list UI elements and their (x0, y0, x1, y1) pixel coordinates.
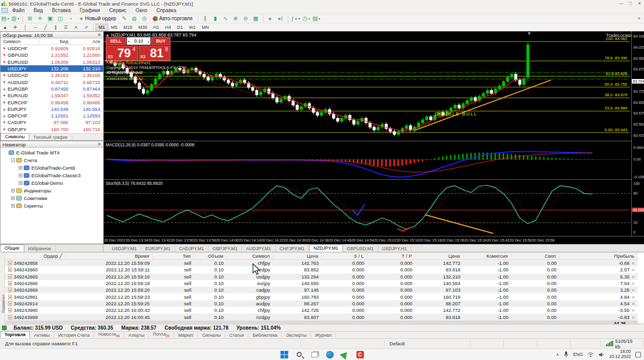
lot-increase-icon[interactable]: ▴ (147, 39, 150, 43)
timeframe-button[interactable]: W1 (186, 24, 199, 31)
orders-column-header[interactable]: Прибыль (560, 253, 638, 259)
close-order-icon[interactable]: ✕ (631, 288, 635, 293)
orders-column-header[interactable]: Время (66, 253, 153, 259)
navigator-tree-item[interactable]: E-Global Trade MT4 (1, 149, 103, 156)
order-row[interactable]: ▼349242865 2022.12.20 15:59:16 sell 0.10… (5, 273, 638, 280)
autotrade-button[interactable]: Авто-торговля (150, 15, 195, 23)
tree-expand-icon[interactable]: + (19, 166, 22, 170)
market-watch-row[interactable]: ▼EURCHF 0.98458 0.98465 (1, 99, 103, 105)
navigator-tree-item[interactable]: - Счета (1, 156, 103, 164)
order-line-label[interactable]: #349242860 sell 0.10 (107, 70, 143, 74)
market-watch-row[interactable]: ▲GBPCHF 1.12561 1.12593 (1, 112, 103, 119)
menu-item[interactable]: Справка (152, 8, 181, 13)
main-chart-canvas[interactable] (104, 31, 631, 141)
speaker-icon[interactable] (598, 352, 605, 357)
chart-tab[interactable]: GBPUSD,M1 (343, 246, 378, 252)
close-icon[interactable]: ✕ (97, 142, 101, 147)
close-order-icon[interactable]: ✕ (631, 308, 635, 313)
menu-item[interactable]: Сервис (105, 8, 131, 13)
orders-column-header[interactable]: Комиссия (463, 253, 511, 259)
chart-tab[interactable]: CHFJPY,M1 (276, 246, 309, 252)
orders-column-header[interactable]: T / P (367, 253, 415, 259)
chart-tab[interactable]: USDJPY,M1 (108, 246, 141, 252)
sell-button[interactable]: SELL (106, 37, 126, 45)
drawing-tool-button[interactable]: A (71, 23, 80, 31)
terminal-tab[interactable]: Сигналы (198, 332, 226, 338)
order-row[interactable]: ▼349242860 2022.12.20 15:59:11 sell 0.10… (5, 266, 638, 273)
tree-expand-icon[interactable]: + (11, 189, 15, 192)
connection-status-icon[interactable] (606, 341, 613, 346)
terminal-tab[interactable]: Библиотека (248, 332, 282, 338)
taskbar-search-icon[interactable] (295, 350, 304, 359)
navigator-tree-item[interactable]: + Индикаторы (1, 187, 103, 194)
market-watch-row[interactable]: ▼CADJPY 97.085 97.103 (1, 119, 103, 126)
toolbar-button[interactable]: ◎ (140, 15, 149, 23)
timeframe-button[interactable]: M1 (96, 24, 108, 31)
market-watch-row[interactable]: ▼USDCAD 1.36163 1.36169 (1, 72, 103, 78)
drawing-tool-button[interactable]: ╱ (41, 23, 50, 31)
search-icon[interactable]: ⌖ (634, 15, 643, 23)
tray-clock[interactable]: 18:0020.12.2022 (609, 349, 631, 359)
tree-expand-icon[interactable]: + (11, 204, 15, 208)
title-bar[interactable]: 5696161: EGlobalTrade-Cent6 - E-Global T… (0, 0, 644, 7)
orders-table-header[interactable]: Ордер ╱ВремяТипОбъемСимволЦенаS / LT / P… (5, 253, 638, 260)
toolbar-button[interactable]: ƒ+▾ (291, 15, 301, 23)
terminal-tab[interactable]: Активы (30, 332, 54, 338)
drawing-tool-button[interactable]: ∥ (51, 23, 60, 31)
order-row[interactable]: ▼349242866 2022.12.20 15:59:18 sell 0.10… (5, 280, 638, 287)
drawing-tool-button[interactable]: ▲ (1, 23, 10, 31)
navigator-tab[interactable]: Общие (0, 245, 24, 252)
language-indicator[interactable]: ENG (573, 352, 583, 357)
market-watch-row[interactable]: ▲EURGBP 0.87455 0.87464 (1, 86, 103, 92)
close-icon[interactable]: ✕ (97, 32, 101, 37)
toolbar-button[interactable]: ⊕ (231, 15, 240, 23)
toolbar-button[interactable]: ∥ (201, 15, 210, 23)
order-row[interactable]: ▼349242914 2022.12.20 15:59:25 sell 0.10… (5, 300, 638, 307)
time-axis[interactable]: 20 Dec 202220 Dec 13:3420 Dec 13:4220 De… (104, 236, 644, 244)
new-order-button[interactable]: ＋ Новый ордер (76, 15, 119, 23)
navigator-tree-item[interactable]: + EGlobalTrade-Classic3 (1, 172, 103, 179)
close-order-icon[interactable]: ✕ (631, 315, 635, 320)
close-order-icon[interactable]: ✕ (631, 261, 635, 266)
terminal-tab[interactable]: Алерты (124, 332, 149, 338)
navigator-tab[interactable]: Избранное (24, 246, 56, 252)
timeframe-button[interactable]: H1 (150, 24, 162, 31)
orders-column-header[interactable]: S / L (322, 253, 367, 259)
lot-size-field[interactable]: ▾ 0.10 ▴ (126, 37, 151, 45)
toolbar-button[interactable]: ∿ (221, 15, 230, 23)
menu-item[interactable]: Вид (29, 8, 48, 13)
terminal-tab[interactable]: Почта20 (149, 331, 174, 338)
start-button[interactable] (280, 350, 288, 359)
toolbar-button[interactable]: ◷▾ (302, 15, 311, 23)
orders-column-header[interactable]: Цена (273, 253, 322, 259)
market-watch-row[interactable]: ▲USDJPY 132.206 132.210 (1, 65, 103, 72)
terminal-tab[interactable]: Торговля (0, 331, 30, 338)
close-order-icon[interactable]: ✕ (631, 268, 635, 272)
close-order-icon[interactable]: ✕ (631, 275, 635, 279)
terminal-tab[interactable]: Эксперты (282, 332, 311, 338)
toolbar-button[interactable]: ▥▾ (11, 15, 20, 23)
navigator-tree-item[interactable]: + Скрипты (1, 202, 103, 210)
market-watch-row[interactable]: ▼GBPJPY 160.700 160.719 (1, 126, 103, 133)
order-row[interactable]: ▼349242858 2022.12.20 15:59:09 sell 0.10… (5, 260, 638, 266)
close-button[interactable]: ✕ (635, 1, 644, 6)
wifi-icon[interactable] (587, 352, 594, 357)
chart-tab[interactable]: CADJPY,M1 (175, 246, 208, 252)
maximize-button[interactable]: □ (626, 1, 635, 6)
navigator-tree-item[interactable]: + Советники (1, 194, 103, 202)
microphone-icon[interactable] (564, 351, 569, 357)
market-watch-row[interactable]: ▼GBPUSD 1.21552 1.21560 (1, 52, 103, 58)
timeframe-button[interactable]: D1 (174, 24, 186, 31)
order-row[interactable]: ▼349243999 2022.12.20 16:00:45 sell 0.10… (5, 313, 638, 320)
toolbar-button[interactable]: ◍ (130, 15, 139, 23)
toolbar-button[interactable]: ▤▾ (1, 15, 10, 23)
buy-price-panel[interactable]: 83 81 8 (139, 46, 171, 61)
terminal-tab[interactable]: Маркет (174, 332, 198, 338)
red-c-app-icon[interactable]: C (356, 350, 364, 359)
task-view-icon[interactable] (310, 350, 319, 359)
lot-decrease-icon[interactable]: ▾ (127, 39, 131, 43)
chart-tab[interactable]: GBPJPY,M1 (208, 246, 242, 252)
drawing-tool-button[interactable]: ↗ (81, 23, 91, 31)
close-order-icon[interactable]: ✕ (631, 282, 635, 286)
toolbar-button[interactable]: ▨▾ (312, 15, 321, 23)
